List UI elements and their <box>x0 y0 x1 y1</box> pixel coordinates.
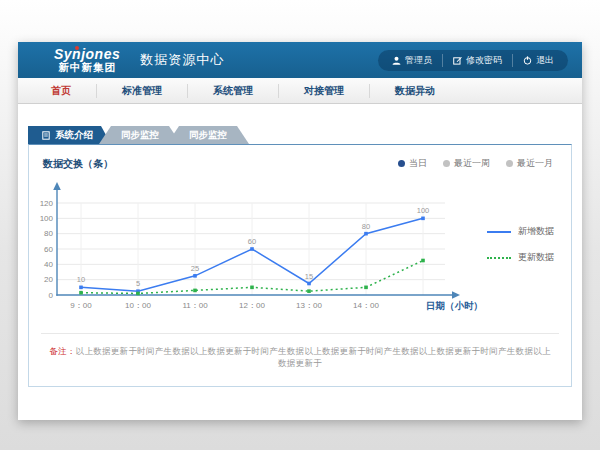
legend-line-sample-solid <box>487 231 511 233</box>
nav-item-standard-mgmt[interactable]: 标准管理 <box>96 84 187 98</box>
radio-last-week[interactable]: 最近一周 <box>443 157 490 170</box>
nav-item-interface-mgmt[interactable]: 对接管理 <box>278 84 369 98</box>
user-toolbar: 管理员 修改密码 退出 <box>378 50 568 71</box>
logo: Synjones 新中新集团 <box>54 47 120 73</box>
radio-dot <box>506 160 513 167</box>
change-password-label: 修改密码 <box>466 54 502 67</box>
data-point-label: 5 <box>136 279 140 288</box>
radio-today[interactable]: 当日 <box>398 157 427 170</box>
main-nav: 首页 标准管理 系统管理 对接管理 数据异动 <box>18 78 582 104</box>
tab-sync-monitor-1[interactable]: 同步监控 <box>99 126 181 144</box>
svg-text:14：00: 14：00 <box>353 301 379 310</box>
data-point-label: 15 <box>305 272 313 281</box>
tab-bar: 系统介绍 同步监控 同步监控 <box>28 126 582 144</box>
user-label: 管理员 <box>405 54 432 67</box>
svg-text:11：00: 11：00 <box>182 301 208 310</box>
data-point <box>136 292 140 296</box>
svg-text:40: 40 <box>44 260 53 269</box>
logo-subtitle: 新中新集团 <box>54 62 120 73</box>
svg-text:80: 80 <box>44 229 53 238</box>
nav-item-data-change[interactable]: 数据异动 <box>369 84 460 98</box>
legend-item-updated-data: 更新数据 <box>487 251 554 264</box>
radio-label: 最近一周 <box>454 157 490 170</box>
data-point <box>193 274 197 278</box>
logo-name: Synjones <box>54 47 120 62</box>
svg-text:100: 100 <box>40 214 54 223</box>
logout-label: 退出 <box>536 54 554 67</box>
range-filter: 当日 最近一周 最近一月 <box>398 157 553 170</box>
data-point <box>421 217 425 221</box>
data-point <box>250 286 254 290</box>
radio-dot <box>443 160 450 167</box>
tab-system-intro[interactable]: 系统介绍 <box>28 126 111 144</box>
legend-line-sample-dotted <box>487 257 511 259</box>
data-point <box>364 286 368 290</box>
data-point <box>79 286 83 290</box>
svg-text:9：00: 9：00 <box>70 301 92 310</box>
data-point-label: 10 <box>77 275 85 284</box>
desktop-background: Synjones 新中新集团 数据资源中心 管理员 修改密码 退出 <box>0 0 600 450</box>
data-point <box>307 289 311 293</box>
svg-text:120: 120 <box>40 199 54 208</box>
legend-item-new-data: 新增数据 <box>487 225 554 238</box>
user-icon <box>392 56 401 65</box>
svg-text:0: 0 <box>49 291 54 300</box>
x-axis-title: 日期（小时） <box>426 300 483 312</box>
svg-text:12：00: 12：00 <box>239 301 265 310</box>
line-chart: 0204060801001209：0010：0011：0012：0013：001… <box>33 173 485 323</box>
data-point <box>307 282 311 286</box>
axes <box>53 182 460 299</box>
chart-panel: 当日 最近一周 最近一月 数据交换（条） 0204060801001209：00… <box>28 144 572 387</box>
footnote-text: 以上数据更新于时间产生数据以上数据更新于时间产生数据以上数据更新于时间产生数据以… <box>76 346 551 368</box>
data-point <box>193 289 197 293</box>
nav-item-system-mgmt[interactable]: 系统管理 <box>187 84 278 98</box>
radio-dot <box>398 160 405 167</box>
radio-label: 当日 <box>409 157 427 170</box>
user-button[interactable]: 管理员 <box>382 54 442 67</box>
svg-text:60: 60 <box>44 245 53 254</box>
power-icon <box>523 56 532 65</box>
data-point <box>421 259 425 263</box>
radio-label: 最近一月 <box>517 157 553 170</box>
tab-label: 同步监控 <box>121 129 159 142</box>
data-point <box>79 291 83 295</box>
note-divider <box>41 333 559 334</box>
tab-label: 同步监控 <box>189 129 227 142</box>
data-point-label: 100 <box>417 206 430 215</box>
y-axis-arrow-icon <box>53 182 61 190</box>
app-window: Synjones 新中新集团 数据资源中心 管理员 修改密码 退出 <box>18 42 582 420</box>
svg-text:20: 20 <box>44 275 53 284</box>
logout-button[interactable]: 退出 <box>512 54 564 67</box>
footnote: 备注：以上数据更新于时间产生数据以上数据更新于时间产生数据以上数据更新于时间产生… <box>29 346 571 370</box>
content-area: 系统介绍 同步监控 同步监控 当日 最近一周 <box>18 104 582 387</box>
change-password-button[interactable]: 修改密码 <box>442 54 512 67</box>
data-point-label: 80 <box>362 222 370 231</box>
data-point-label: 25 <box>191 264 199 273</box>
data-point <box>364 232 368 236</box>
radio-last-month[interactable]: 最近一月 <box>506 157 553 170</box>
chart-legend: 新增数据 更新数据 <box>487 225 554 264</box>
nav-item-home[interactable]: 首页 <box>26 84 96 98</box>
svg-text:10：00: 10：00 <box>125 301 151 310</box>
app-header: Synjones 新中新集团 数据资源中心 管理员 修改密码 退出 <box>18 42 582 78</box>
legend-label: 新增数据 <box>518 225 554 238</box>
edit-icon <box>453 56 462 65</box>
svg-text:13：00: 13：00 <box>296 301 322 310</box>
footnote-label: 备注： <box>49 346 75 356</box>
document-icon <box>42 131 50 140</box>
data-point-label: 60 <box>248 237 256 246</box>
legend-label: 更新数据 <box>518 251 554 264</box>
tab-label: 系统介绍 <box>55 129 93 142</box>
data-point <box>250 247 254 251</box>
tab-sync-monitor-2[interactable]: 同步监控 <box>167 126 249 144</box>
chart-row: 0204060801001209：0010：0011：0012：0013：001… <box>29 173 571 323</box>
page-title: 数据资源中心 <box>140 51 224 69</box>
x-axis-arrow-icon <box>452 291 460 299</box>
